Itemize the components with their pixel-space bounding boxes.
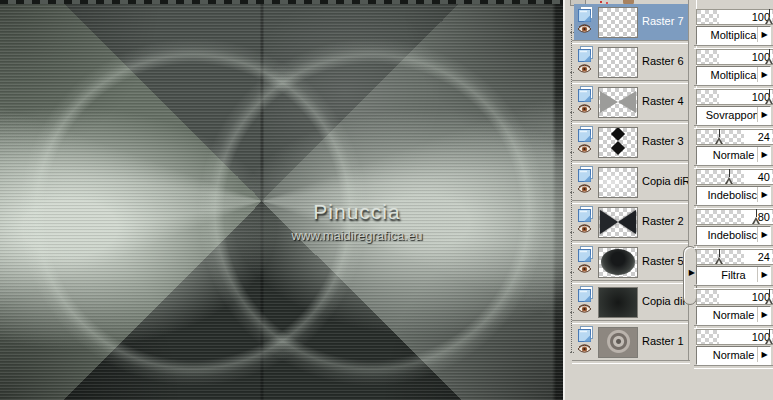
layer-row[interactable]: Raster 5 xyxy=(574,244,688,280)
layer-thumbnail xyxy=(598,167,638,198)
visibility-eye-icon[interactable] xyxy=(577,344,592,354)
blend-mode-arrow[interactable]: ▶ xyxy=(757,67,771,82)
opacity-slider[interactable]: 24 xyxy=(696,249,773,265)
opacity-slider-thumb[interactable] xyxy=(765,89,773,104)
opacity-slider[interactable]: 80 xyxy=(696,209,773,225)
opacity-slider-thumb[interactable] xyxy=(765,9,773,24)
layer-row[interactable]: Raster 3 xyxy=(574,124,688,160)
raster-layer-icon xyxy=(577,206,594,223)
visibility-eye-icon[interactable] xyxy=(577,144,592,154)
opacity-slider[interactable]: 100 xyxy=(696,9,773,25)
layer-icons xyxy=(577,206,595,238)
opacity-value: 24 xyxy=(744,130,772,144)
layer-icons xyxy=(577,86,595,118)
layer-thumbnail xyxy=(598,87,638,118)
opacity-slider-thumb[interactable] xyxy=(765,329,773,344)
layer-name: Copia diRa xyxy=(642,295,688,307)
visibility-eye-icon[interactable] xyxy=(577,264,592,274)
layer-name: Raster 6 xyxy=(642,55,688,67)
raster-layer-icon xyxy=(577,326,594,343)
properties-column: 100 Moltiplica ▶ 100 Moltiplica ▶ 100 So… xyxy=(696,0,773,400)
watermark-title: Pinuccia xyxy=(262,200,452,224)
opacity-slider-thumb[interactable] xyxy=(765,49,773,64)
watermark-url: www.maidiregrafica.eu xyxy=(262,228,452,243)
visibility-eye-icon[interactable] xyxy=(577,184,592,194)
visibility-eye-icon[interactable] xyxy=(577,224,592,234)
layer-thumbnail xyxy=(598,7,638,38)
splitter-arrow-icon: ▶ xyxy=(689,269,695,277)
layer-properties: 100 Normale ▶ xyxy=(696,289,773,325)
opacity-slider[interactable]: 100 xyxy=(696,89,773,105)
opacity-slider[interactable]: 100 xyxy=(696,49,773,65)
layer-properties: 40 Indebolisci ▶ xyxy=(696,169,773,205)
raster-layer-icon xyxy=(577,246,594,263)
blend-mode-arrow[interactable]: ▶ xyxy=(757,267,771,282)
layer-name: Raster 1 xyxy=(642,335,688,347)
visibility-eye-icon[interactable] xyxy=(577,104,592,114)
layer-thumbnail xyxy=(598,287,638,318)
layer-row[interactable]: Raster 7 xyxy=(574,4,688,40)
layers-palette: Raster 7 Raster 6 xyxy=(563,0,773,400)
canvas-top-edge xyxy=(0,0,563,4)
raster-layer-icon xyxy=(577,286,594,303)
layer-row[interactable]: Copia diRa xyxy=(574,284,688,320)
opacity-slider[interactable]: 24 xyxy=(696,129,773,145)
opacity-slider-thumb[interactable] xyxy=(715,249,724,264)
layer-thumbnail xyxy=(598,247,638,278)
app-window: Pinuccia www.maidiregrafica.eu Raster 7 xyxy=(0,0,773,400)
layer-name: Raster 2 xyxy=(642,215,688,227)
image-canvas[interactable]: Pinuccia www.maidiregrafica.eu xyxy=(0,0,563,400)
layer-thumbnail xyxy=(598,127,638,158)
blend-mode-arrow[interactable]: ▶ xyxy=(757,107,771,122)
blend-mode-arrow[interactable]: ▶ xyxy=(757,227,771,242)
layer-icons xyxy=(577,246,595,278)
layer-row[interactable]: Raster 4 xyxy=(574,84,688,120)
raster-layer-icon xyxy=(577,126,594,143)
layer-name: Raster 7 xyxy=(642,15,688,27)
opacity-slider[interactable]: 100 xyxy=(696,289,773,305)
layer-thumbnail xyxy=(598,327,638,358)
opacity-value: 24 xyxy=(744,250,772,264)
visibility-eye-icon[interactable] xyxy=(577,24,592,34)
layer-icons xyxy=(577,326,595,358)
raster-layer-icon xyxy=(577,86,594,103)
raster-layer-icon xyxy=(577,166,594,183)
layer-icons xyxy=(577,6,595,38)
blend-mode-arrow[interactable]: ▶ xyxy=(757,147,771,162)
blend-mode-arrow[interactable]: ▶ xyxy=(757,27,771,42)
blend-mode-arrow[interactable]: ▶ xyxy=(757,347,771,362)
blend-mode-arrow[interactable]: ▶ xyxy=(757,187,771,202)
opacity-slider-thumb[interactable] xyxy=(765,289,773,304)
opacity-slider[interactable]: 40 xyxy=(696,169,773,185)
layer-thumbnail xyxy=(598,47,638,78)
visibility-eye-icon[interactable] xyxy=(577,64,592,74)
layer-properties: 24 Normale ▶ xyxy=(696,129,773,165)
layer-name: Raster 5 xyxy=(642,255,688,267)
layer-row[interactable]: Raster 1 xyxy=(574,324,688,360)
layer-properties: 100 Moltiplica ▶ xyxy=(696,9,773,45)
opacity-slider-thumb[interactable] xyxy=(752,209,761,224)
layer-icons xyxy=(577,126,595,158)
layer-name: Raster 4 xyxy=(642,95,688,107)
layer-properties: 100 Moltiplica ▶ xyxy=(696,49,773,85)
opacity-slider[interactable]: 100 xyxy=(696,329,773,345)
blend-mode-arrow[interactable]: ▶ xyxy=(757,307,771,322)
layer-icons xyxy=(577,166,595,198)
layer-icons xyxy=(577,286,595,318)
opacity-slider-thumb[interactable] xyxy=(715,129,724,144)
layer-thumbnail xyxy=(598,207,638,238)
layer-properties: 100 Normale ▶ xyxy=(696,329,773,365)
opacity-slider-thumb[interactable] xyxy=(725,169,734,184)
visibility-eye-icon[interactable] xyxy=(577,304,592,314)
layer-link-treeline xyxy=(571,24,572,352)
raster-layer-icon xyxy=(577,6,594,23)
layer-properties: 100 Sovrapponi ▶ xyxy=(696,89,773,125)
layer-name: Copia diRa xyxy=(642,175,688,187)
opacity-value: 40 xyxy=(744,170,772,184)
raster-layer-icon xyxy=(577,46,594,63)
splitter-handle[interactable]: ▶ xyxy=(683,246,697,305)
layer-properties: 24 Filtra ▶ xyxy=(696,249,773,285)
layer-row[interactable]: Raster 2 xyxy=(574,204,688,240)
layer-row[interactable]: Copia diRa xyxy=(574,164,688,200)
layer-row[interactable]: Raster 6 xyxy=(574,44,688,80)
